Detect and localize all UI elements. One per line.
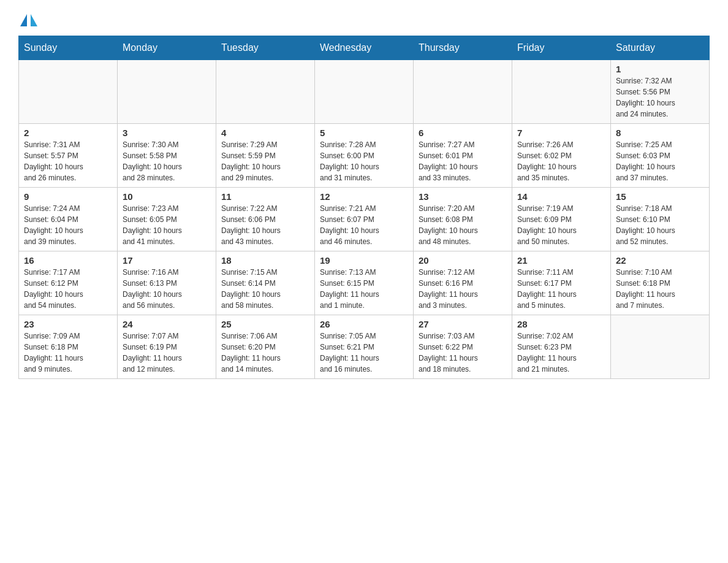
calendar-cell: 4Sunrise: 7:29 AM Sunset: 5:59 PM Daylig… — [216, 124, 315, 188]
day-info: Sunrise: 7:05 AM Sunset: 6:21 PM Dayligh… — [320, 331, 408, 375]
calendar-table: SundayMondayTuesdayWednesdayThursdayFrid… — [18, 36, 710, 379]
calendar-cell: 20Sunrise: 7:12 AM Sunset: 6:16 PM Dayli… — [414, 251, 512, 315]
day-number: 7 — [517, 128, 605, 138]
day-info: Sunrise: 7:13 AM Sunset: 6:15 PM Dayligh… — [320, 267, 408, 311]
day-number: 14 — [517, 191, 605, 202]
day-number: 8 — [616, 128, 704, 138]
calendar-cell: 14Sunrise: 7:19 AM Sunset: 6:09 PM Dayli… — [512, 188, 611, 251]
weekday-header-thursday: Thursday — [414, 36, 512, 60]
day-info: Sunrise: 7:25 AM Sunset: 6:03 PM Dayligh… — [616, 139, 704, 183]
day-number: 25 — [221, 319, 309, 329]
calendar-cell: 11Sunrise: 7:22 AM Sunset: 6:06 PM Dayli… — [216, 188, 315, 251]
day-number: 11 — [221, 191, 309, 202]
day-info: Sunrise: 7:31 AM Sunset: 5:57 PM Dayligh… — [24, 139, 112, 183]
calendar-cell — [118, 60, 216, 124]
day-info: Sunrise: 7:29 AM Sunset: 5:59 PM Dayligh… — [221, 139, 309, 183]
calendar-cell: 23Sunrise: 7:09 AM Sunset: 6:18 PM Dayli… — [19, 315, 118, 379]
calendar-week-row: 16Sunrise: 7:17 AM Sunset: 6:12 PM Dayli… — [19, 251, 710, 315]
day-info: Sunrise: 7:20 AM Sunset: 6:08 PM Dayligh… — [419, 203, 507, 247]
day-number: 1 — [616, 64, 704, 74]
day-info: Sunrise: 7:30 AM Sunset: 5:58 PM Dayligh… — [123, 139, 211, 183]
day-number: 5 — [320, 128, 408, 138]
logo — [18, 12, 37, 29]
day-number: 24 — [123, 319, 211, 329]
calendar-cell: 8Sunrise: 7:25 AM Sunset: 6:03 PM Daylig… — [611, 124, 710, 188]
day-number: 26 — [320, 319, 408, 329]
day-info: Sunrise: 7:02 AM Sunset: 6:23 PM Dayligh… — [517, 331, 605, 375]
day-number: 10 — [123, 191, 211, 202]
page-header — [18, 12, 710, 29]
day-info: Sunrise: 7:17 AM Sunset: 6:12 PM Dayligh… — [24, 267, 112, 311]
calendar-cell: 1Sunrise: 7:32 AM Sunset: 5:56 PM Daylig… — [611, 60, 710, 124]
weekday-header-monday: Monday — [118, 36, 216, 60]
day-info: Sunrise: 7:10 AM Sunset: 6:18 PM Dayligh… — [616, 267, 704, 311]
calendar-cell: 12Sunrise: 7:21 AM Sunset: 6:07 PM Dayli… — [315, 188, 414, 251]
weekday-header-tuesday: Tuesday — [216, 36, 315, 60]
weekday-header-sunday: Sunday — [19, 36, 118, 60]
day-number: 20 — [419, 255, 507, 266]
calendar-cell — [19, 60, 118, 124]
day-info: Sunrise: 7:19 AM Sunset: 6:09 PM Dayligh… — [517, 203, 605, 247]
calendar-cell: 10Sunrise: 7:23 AM Sunset: 6:05 PM Dayli… — [118, 188, 216, 251]
calendar-cell: 26Sunrise: 7:05 AM Sunset: 6:21 PM Dayli… — [315, 315, 414, 379]
day-number: 13 — [419, 191, 507, 202]
calendar-cell: 25Sunrise: 7:06 AM Sunset: 6:20 PM Dayli… — [216, 315, 315, 379]
day-number: 12 — [320, 191, 408, 202]
calendar-cell: 16Sunrise: 7:17 AM Sunset: 6:12 PM Dayli… — [19, 251, 118, 315]
calendar-cell: 19Sunrise: 7:13 AM Sunset: 6:15 PM Dayli… — [315, 251, 414, 315]
day-info: Sunrise: 7:16 AM Sunset: 6:13 PM Dayligh… — [123, 267, 211, 311]
calendar-cell — [216, 60, 315, 124]
day-info: Sunrise: 7:03 AM Sunset: 6:22 PM Dayligh… — [419, 331, 507, 375]
day-number: 3 — [123, 128, 211, 138]
calendar-cell: 9Sunrise: 7:24 AM Sunset: 6:04 PM Daylig… — [19, 188, 118, 251]
day-number: 22 — [616, 255, 704, 266]
day-info: Sunrise: 7:22 AM Sunset: 6:06 PM Dayligh… — [221, 203, 309, 247]
day-number: 17 — [123, 255, 211, 266]
calendar-week-row: 2Sunrise: 7:31 AM Sunset: 5:57 PM Daylig… — [19, 124, 710, 188]
calendar-cell: 24Sunrise: 7:07 AM Sunset: 6:19 PM Dayli… — [118, 315, 216, 379]
day-info: Sunrise: 7:27 AM Sunset: 6:01 PM Dayligh… — [419, 139, 507, 183]
calendar-cell: 15Sunrise: 7:18 AM Sunset: 6:10 PM Dayli… — [611, 188, 710, 251]
day-number: 15 — [616, 191, 704, 202]
day-number: 27 — [419, 319, 507, 329]
calendar-week-row: 9Sunrise: 7:24 AM Sunset: 6:04 PM Daylig… — [19, 188, 710, 251]
weekday-header-row: SundayMondayTuesdayWednesdayThursdayFrid… — [19, 36, 710, 60]
day-info: Sunrise: 7:32 AM Sunset: 5:56 PM Dayligh… — [616, 75, 704, 120]
calendar-cell: 28Sunrise: 7:02 AM Sunset: 6:23 PM Dayli… — [512, 315, 611, 379]
calendar-cell: 17Sunrise: 7:16 AM Sunset: 6:13 PM Dayli… — [118, 251, 216, 315]
day-number: 28 — [517, 319, 605, 329]
day-info: Sunrise: 7:11 AM Sunset: 6:17 PM Dayligh… — [517, 267, 605, 311]
calendar-cell: 5Sunrise: 7:28 AM Sunset: 6:00 PM Daylig… — [315, 124, 414, 188]
day-number: 9 — [24, 191, 112, 202]
day-number: 18 — [221, 255, 309, 266]
calendar-cell: 3Sunrise: 7:30 AM Sunset: 5:58 PM Daylig… — [118, 124, 216, 188]
calendar-cell — [512, 60, 611, 124]
calendar-cell: 21Sunrise: 7:11 AM Sunset: 6:17 PM Dayli… — [512, 251, 611, 315]
day-number: 19 — [320, 255, 408, 266]
day-info: Sunrise: 7:24 AM Sunset: 6:04 PM Dayligh… — [24, 203, 112, 247]
day-number: 21 — [517, 255, 605, 266]
calendar-cell: 7Sunrise: 7:26 AM Sunset: 6:02 PM Daylig… — [512, 124, 611, 188]
day-info: Sunrise: 7:26 AM Sunset: 6:02 PM Dayligh… — [517, 139, 605, 183]
day-number: 23 — [24, 319, 112, 329]
weekday-header-friday: Friday — [512, 36, 611, 60]
calendar-cell: 13Sunrise: 7:20 AM Sunset: 6:08 PM Dayli… — [414, 188, 512, 251]
day-number: 4 — [221, 128, 309, 138]
calendar-cell — [611, 315, 710, 379]
calendar-cell: 18Sunrise: 7:15 AM Sunset: 6:14 PM Dayli… — [216, 251, 315, 315]
weekday-header-saturday: Saturday — [611, 36, 710, 60]
day-info: Sunrise: 7:18 AM Sunset: 6:10 PM Dayligh… — [616, 203, 704, 247]
day-info: Sunrise: 7:15 AM Sunset: 6:14 PM Dayligh… — [221, 267, 309, 311]
day-number: 6 — [419, 128, 507, 138]
calendar-cell — [414, 60, 512, 124]
calendar-cell: 22Sunrise: 7:10 AM Sunset: 6:18 PM Dayli… — [611, 251, 710, 315]
day-info: Sunrise: 7:12 AM Sunset: 6:16 PM Dayligh… — [419, 267, 507, 311]
day-info: Sunrise: 7:21 AM Sunset: 6:07 PM Dayligh… — [320, 203, 408, 247]
calendar-cell: 27Sunrise: 7:03 AM Sunset: 6:22 PM Dayli… — [414, 315, 512, 379]
day-info: Sunrise: 7:28 AM Sunset: 6:00 PM Dayligh… — [320, 139, 408, 183]
day-info: Sunrise: 7:07 AM Sunset: 6:19 PM Dayligh… — [123, 331, 211, 375]
calendar-week-row: 1Sunrise: 7:32 AM Sunset: 5:56 PM Daylig… — [19, 60, 710, 124]
day-info: Sunrise: 7:06 AM Sunset: 6:20 PM Dayligh… — [221, 331, 309, 375]
calendar-cell — [315, 60, 414, 124]
day-info: Sunrise: 7:09 AM Sunset: 6:18 PM Dayligh… — [24, 331, 112, 375]
